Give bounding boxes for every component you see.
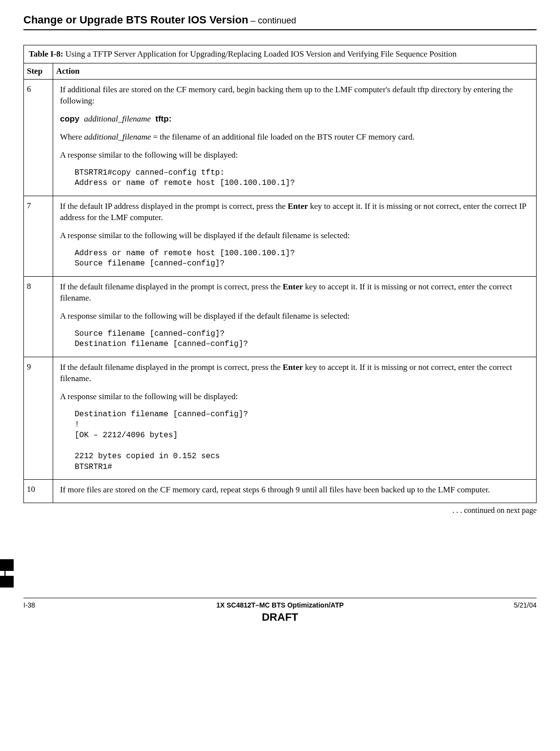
page-title: Change or Upgrade BTS Router IOS Version… xyxy=(23,14,537,30)
action-text: If the default filename displayed in the… xyxy=(60,362,529,385)
table-header-row: Step Action xyxy=(24,63,537,80)
footer-draft: DRAFT xyxy=(23,611,537,624)
continued-on-next-page: . . . continued on next page xyxy=(23,506,537,515)
table-title-row: Table I-8: Using a TFTP Server Applicati… xyxy=(24,45,537,63)
title-main: Change or Upgrade BTS Router IOS Version xyxy=(23,14,248,26)
table-row: 8 If the default filename displayed in t… xyxy=(24,276,537,357)
action-text: If additional files are stored on the CF… xyxy=(60,84,529,107)
col-header-step: Step xyxy=(24,63,53,80)
enter-key: Enter xyxy=(288,202,308,211)
cmd-arg: additional_filename xyxy=(84,114,151,123)
action-text: A response similar to the following will… xyxy=(60,150,529,161)
action-text: If the default filename displayed in the… xyxy=(60,282,529,304)
action-content: If the default filename displayed in the… xyxy=(53,357,537,479)
table-title-strong: Table I-8: xyxy=(29,49,63,59)
step-number: 9 xyxy=(24,357,53,479)
enter-key: Enter xyxy=(283,282,303,291)
code-block: BTSRTR1#copy canned–config tftp: Address… xyxy=(75,168,529,189)
code-block: Address or name of remote host [100.100.… xyxy=(75,248,529,269)
sentence-pre: If the default filename displayed in the… xyxy=(60,282,283,291)
sentence-pre: If the default filename displayed in the… xyxy=(60,363,283,372)
procedure-table: Table I-8: Using a TFTP Server Applicati… xyxy=(23,45,537,503)
step-number: 8 xyxy=(24,276,53,357)
action-content: If more files are stored on the CF memor… xyxy=(53,480,537,503)
footer-date: 5/21/04 xyxy=(514,601,537,609)
action-text: A response similar to the following will… xyxy=(60,230,529,242)
where-arg: additional_filename xyxy=(84,132,151,142)
code-block: Source filename [canned–config]? Destina… xyxy=(75,329,529,350)
where-pre: Where xyxy=(60,132,84,142)
where-post: = the filename of an additional file loa… xyxy=(151,132,415,142)
title-continued: – continued xyxy=(248,16,296,25)
cmd-copy: copy xyxy=(60,114,80,123)
step-number: 7 xyxy=(24,196,53,276)
sentence-pre: If the default IP address displayed in t… xyxy=(60,202,288,211)
table-row: 9 If the default filename displayed in t… xyxy=(24,357,537,479)
table-row: 7 If the default IP address displayed in… xyxy=(24,196,537,276)
action-text: If more files are stored on the CF memor… xyxy=(60,485,490,494)
action-content: If the default IP address displayed in t… xyxy=(53,196,537,276)
action-content: If the default filename displayed in the… xyxy=(53,276,537,357)
action-text: A response similar to the following will… xyxy=(60,391,529,403)
action-content: If additional files are stored on the CF… xyxy=(53,80,537,196)
page-margin-bar-top xyxy=(0,559,14,571)
action-text: A response similar to the following will… xyxy=(60,311,529,322)
col-header-action: Action xyxy=(53,63,537,80)
page-footer: I-38 1X SC4812T–MC BTS Optimization/ATP … xyxy=(23,598,537,630)
table-title-rest: Using a TFTP Server Application for Upgr… xyxy=(63,49,457,59)
table-row: 6 If additional files are stored on the … xyxy=(24,80,537,196)
action-text: If the default IP address displayed in t… xyxy=(60,201,529,223)
cmd-tftp: tftp: xyxy=(156,114,172,123)
command-line: copy additional_filename tftp: xyxy=(60,114,529,125)
step-number: 10 xyxy=(24,480,53,503)
page-margin-bar-bot xyxy=(0,576,14,588)
table-row: 10 If more files are stored on the CF me… xyxy=(24,480,537,503)
footer-center-title: 1X SC4812T–MC BTS Optimization/ATP xyxy=(23,601,537,609)
step-number: 6 xyxy=(24,80,53,196)
enter-key: Enter xyxy=(283,363,303,372)
where-line: Where additional_filename = the filename… xyxy=(60,132,529,143)
code-block: Destination filename [canned–config]? ! … xyxy=(75,409,529,473)
